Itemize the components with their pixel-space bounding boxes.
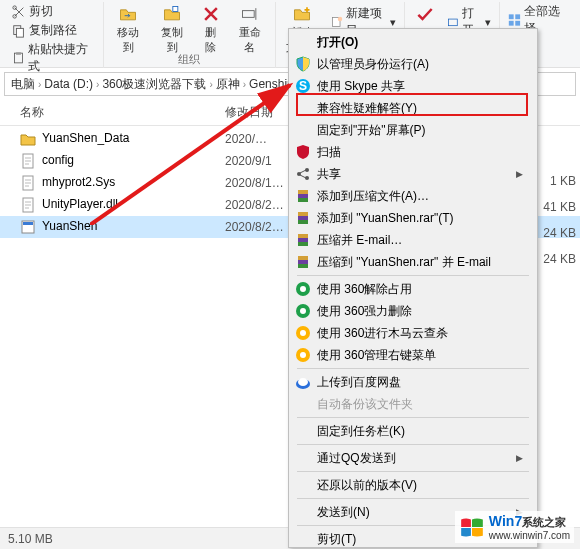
file-name: mhyprot2.Sys — [42, 175, 115, 189]
file-name: UnityPlayer.dll — [42, 197, 118, 211]
open-icon — [447, 15, 459, 29]
context-item[interactable]: 添加到 "YuanShen.rar"(T) — [291, 207, 535, 229]
svg-rect-30 — [298, 220, 308, 224]
context-separator — [297, 368, 529, 369]
context-item[interactable]: 上传到百度网盘 — [291, 371, 535, 393]
svg-point-42 — [300, 330, 306, 336]
svg-rect-3 — [16, 28, 23, 37]
delete-icon — [201, 4, 221, 24]
svg-rect-6 — [173, 7, 178, 12]
file-date: 2020/… — [225, 132, 295, 146]
size-column: 1 KB 41 KB 24 KB 24 KB — [538, 120, 576, 270]
move-to-icon — [118, 4, 138, 24]
context-item[interactable]: 共享▶ — [291, 163, 535, 185]
file-name: config — [42, 153, 74, 167]
svg-rect-5 — [16, 52, 21, 54]
context-item[interactable]: 添加到压缩文件(A)… — [291, 185, 535, 207]
rename-icon — [240, 4, 260, 24]
cut-button[interactable]: 剪切 — [10, 2, 97, 21]
chevron-right-icon: › — [96, 79, 99, 90]
watermark: Win7系统之家 www.winwin7.com — [455, 511, 574, 543]
context-separator — [297, 498, 529, 499]
paste-icon — [12, 51, 25, 65]
chevron-right-icon: › — [209, 79, 212, 90]
svg-rect-29 — [298, 212, 308, 216]
context-item[interactable]: 使用 360解除占用 — [291, 278, 535, 300]
context-item[interactable]: 使用 360强力删除 — [291, 300, 535, 322]
context-item[interactable]: 使用 360管理右键菜单 — [291, 344, 535, 366]
svg-rect-14 — [515, 21, 520, 26]
context-item[interactable]: 以管理员身份运行(A) — [291, 53, 535, 75]
windows-logo-icon — [459, 514, 485, 540]
context-item[interactable]: 兼容性疑难解答(Y) — [291, 97, 535, 119]
file-name: YuanShen_Data — [42, 131, 129, 145]
col-name[interactable]: 名称 — [20, 104, 225, 125]
new-folder-icon — [292, 4, 312, 24]
chevron-right-icon: › — [243, 79, 246, 90]
svg-rect-36 — [298, 264, 308, 268]
svg-rect-12 — [515, 14, 520, 19]
context-separator — [297, 471, 529, 472]
paste-shortcut-button[interactable]: 粘贴快捷方式 — [10, 40, 97, 76]
scissors-icon — [12, 5, 26, 19]
svg-rect-11 — [509, 14, 514, 19]
svg-rect-32 — [298, 234, 308, 238]
delete-button[interactable]: 删除 — [197, 2, 225, 57]
new-item-icon — [331, 15, 343, 29]
file-name: YuanShen — [42, 219, 97, 233]
svg-rect-35 — [298, 256, 308, 260]
bc-seg[interactable]: 原神 — [216, 76, 240, 93]
context-item[interactable]: S使用 Skype 共享 — [291, 75, 535, 97]
context-item[interactable]: 通过QQ发送到▶ — [291, 447, 535, 469]
svg-text:S: S — [299, 79, 307, 93]
context-item[interactable]: 固定到"开始"屏幕(P) — [291, 119, 535, 141]
context-item[interactable]: 使用 360进行木马云查杀 — [291, 322, 535, 344]
context-item[interactable]: 打开(O) — [291, 31, 535, 53]
svg-point-46 — [298, 378, 308, 386]
col-date[interactable]: 修改日期 — [225, 104, 295, 125]
svg-rect-27 — [298, 198, 308, 202]
context-separator — [297, 275, 529, 276]
svg-rect-10 — [448, 19, 457, 26]
svg-point-40 — [300, 308, 306, 314]
file-date: 2020/8/1… — [225, 176, 295, 190]
rename-button[interactable]: 重命名 — [231, 2, 269, 57]
chevron-right-icon: › — [38, 79, 41, 90]
svg-rect-19 — [23, 222, 33, 225]
svg-point-44 — [300, 352, 306, 358]
context-item[interactable]: 压缩并 E-mail… — [291, 229, 535, 251]
bc-seg[interactable]: 360极速浏览器下载 — [102, 76, 206, 93]
file-date: 2020/8/2… — [225, 220, 295, 234]
copy-path-icon — [12, 24, 26, 38]
copy-path-button[interactable]: 复制路径 — [10, 21, 97, 40]
context-menu: 打开(O)以管理员身份运行(A)S使用 Skype 共享兼容性疑难解答(Y)固定… — [288, 28, 538, 548]
check-icon — [415, 4, 435, 24]
copy-to-button[interactable]: 复制到 — [153, 2, 191, 57]
move-to-button[interactable]: 移动到 — [110, 2, 148, 57]
bc-seg[interactable]: Data (D:) — [44, 77, 93, 91]
svg-rect-13 — [509, 21, 514, 26]
copy-to-icon — [162, 4, 182, 24]
context-item[interactable]: 还原以前的版本(V) — [291, 474, 535, 496]
context-separator — [297, 417, 529, 418]
svg-point-9 — [337, 17, 342, 22]
context-item[interactable]: 压缩到 "YuanShen.rar" 并 E-mail — [291, 251, 535, 273]
context-item[interactable]: 固定到任务栏(K) — [291, 420, 535, 442]
context-item[interactable]: 扫描 — [291, 141, 535, 163]
bc-seg[interactable]: 电脑 — [11, 76, 35, 93]
properties-check-button[interactable] — [411, 2, 439, 26]
submenu-arrow-icon: ▶ — [516, 169, 523, 179]
svg-point-38 — [300, 286, 306, 292]
select-all-icon — [508, 13, 521, 27]
context-separator — [297, 444, 529, 445]
file-date: 2020/8/2… — [225, 198, 295, 212]
svg-rect-33 — [298, 242, 308, 246]
context-item: 自动备份该文件夹 — [291, 393, 535, 415]
org-group-label: 组织 — [104, 52, 275, 67]
svg-rect-7 — [242, 11, 254, 18]
submenu-arrow-icon: ▶ — [516, 453, 523, 463]
svg-rect-26 — [298, 190, 308, 194]
file-date: 2020/9/1 — [225, 154, 295, 168]
